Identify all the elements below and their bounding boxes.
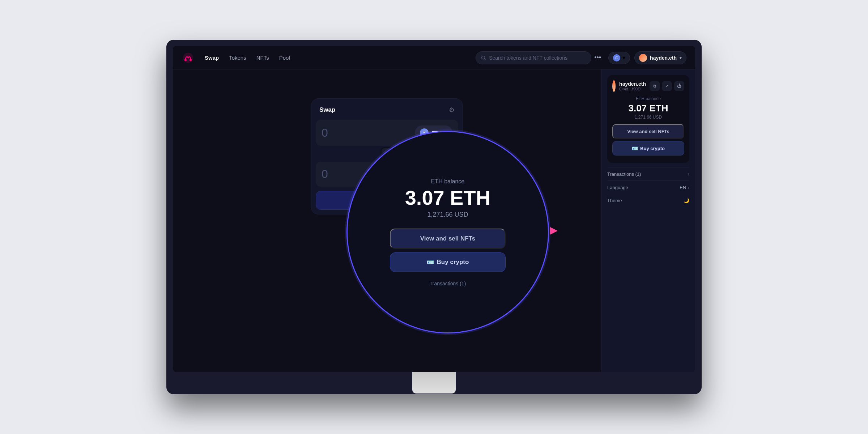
- language-label: Language: [607, 185, 628, 190]
- transactions-label: Transactions (1): [607, 171, 641, 177]
- monitor-screen: Swap Tokens NFTs Pool Search tokens and …: [173, 46, 695, 372]
- nfts-btn-label: View and sell NFTs: [627, 129, 669, 134]
- nav-swap[interactable]: Swap: [205, 55, 219, 61]
- menu-language[interactable]: Language EN ›: [607, 180, 689, 194]
- network-eth-icon: ⬡: [613, 54, 620, 61]
- zoom-card-icon: 🪪: [427, 259, 434, 265]
- account-name: hayden.eth: [650, 55, 677, 61]
- svg-point-2: [190, 59, 192, 61]
- zoom-buy-crypto-button[interactable]: 🪪 Buy crypto: [390, 252, 506, 272]
- language-arrow: ›: [688, 184, 689, 190]
- wallet-avatar: [612, 80, 616, 92]
- account-button[interactable]: hayden.eth ▾: [634, 51, 686, 64]
- avatar: [639, 54, 647, 62]
- zoom-nfts-btn-label: View and sell NFTs: [420, 235, 475, 242]
- swap-card-header: Swap ⚙: [311, 99, 463, 120]
- zoom-eth-balance-amount: 3.07 ETH: [405, 188, 491, 208]
- menu-transactions[interactable]: Transactions (1) ›: [607, 167, 689, 180]
- network-selector[interactable]: ⬡ ▾: [608, 52, 630, 64]
- theme-value: 🌙: [684, 198, 689, 203]
- nav-bar: Swap Tokens NFTs Pool Search tokens and …: [173, 46, 695, 69]
- sidebar-panel: hayden.eth 0×4d…f90D ⧉ ↗ ⏻ ETH balance 3…: [601, 69, 695, 372]
- wallet-info-box: hayden.eth 0×4d…f90D ⧉ ↗ ⏻ ETH balance 3…: [607, 75, 689, 163]
- settings-icon[interactable]: ⚙: [449, 106, 455, 114]
- eth-balance-amount: 3.07 ETH: [612, 103, 684, 114]
- sidebar-menu: Transactions (1) › Language EN › Theme 🌙: [607, 167, 689, 207]
- zoom-eth-balance-usd: 1,271.66 USD: [427, 211, 468, 218]
- nav-links: Swap Tokens NFTs Pool: [205, 55, 476, 61]
- zoom-buy-crypto-btn-label: Buy crypto: [437, 259, 469, 266]
- language-value: EN: [680, 185, 686, 190]
- buy-crypto-btn-label: Buy crypto: [640, 146, 665, 151]
- eth-balance-label: ETH balance: [612, 96, 684, 101]
- svg-point-1: [184, 59, 187, 61]
- zoom-view-sell-nfts-button[interactable]: View and sell NFTs: [390, 229, 506, 249]
- app-logo: [182, 51, 195, 64]
- monitor-stand: [412, 372, 456, 393]
- wallet-address: 0×4d…f90D: [619, 87, 646, 91]
- menu-theme[interactable]: Theme 🌙: [607, 194, 689, 207]
- nav-tokens[interactable]: Tokens: [229, 55, 246, 61]
- monitor: Swap Tokens NFTs Pool Search tokens and …: [166, 40, 702, 394]
- search-bar[interactable]: Search tokens and NFT collections: [476, 51, 591, 64]
- search-placeholder: Search tokens and NFT collections: [489, 55, 567, 61]
- view-sell-nfts-button[interactable]: View and sell NFTs: [612, 124, 684, 139]
- wallet-info: hayden.eth 0×4d…f90D: [619, 81, 646, 91]
- zoom-eth-balance-label: ETH balance: [431, 178, 465, 185]
- external-link-button[interactable]: ↗: [662, 81, 672, 91]
- zoom-transactions-label: Transactions (1): [430, 281, 466, 286]
- arrow-pointer: ◀: [550, 226, 558, 238]
- wallet-header: hayden.eth 0×4d…f90D ⧉ ↗ ⏻: [612, 80, 684, 92]
- wallet-name: hayden.eth: [619, 81, 646, 87]
- account-chevron: ▾: [680, 55, 682, 60]
- more-options-button[interactable]: •••: [591, 52, 604, 63]
- transactions-arrow: ›: [688, 171, 689, 177]
- theme-label: Theme: [607, 198, 622, 203]
- card-icon: 🪪: [632, 145, 638, 151]
- nav-nfts[interactable]: NFTs: [256, 55, 269, 61]
- swap-title: Swap: [319, 106, 335, 114]
- buy-crypto-button[interactable]: 🪪 Buy crypto: [612, 141, 684, 156]
- nav-right: ••• ⬡ ▾ hayden.eth ▾: [591, 51, 686, 64]
- copy-address-button[interactable]: ⧉: [650, 81, 660, 91]
- network-chevron: ▾: [622, 54, 625, 61]
- nav-pool[interactable]: Pool: [279, 55, 290, 61]
- main-content: Swap ⚙ 0 Ξ ETH ▾: [173, 69, 695, 372]
- wallet-actions: ⧉ ↗ ⏻: [650, 81, 684, 91]
- from-amount: 0: [322, 126, 328, 140]
- to-amount: 0: [322, 167, 328, 181]
- disconnect-button[interactable]: ⏻: [674, 81, 684, 91]
- zoom-circle: ETH balance 3.07 ETH 1,271.66 USD View a…: [346, 131, 549, 333]
- eth-balance-usd: 1,271.66 USD: [612, 115, 684, 120]
